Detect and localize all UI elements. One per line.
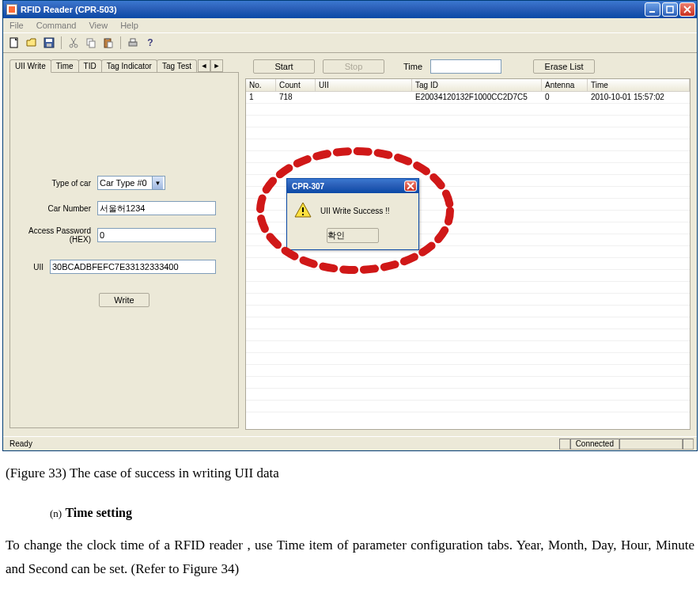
table-row-empty <box>246 270 690 282</box>
svg-point-6 <box>70 44 73 47</box>
col-no[interactable]: No. <box>246 79 276 91</box>
left-panel: UII Write Time TID Tag Indicator Tag Tes… <box>9 59 239 430</box>
svg-rect-9 <box>89 41 95 47</box>
svg-rect-12 <box>108 42 112 47</box>
col-antenna[interactable]: Antenna <box>542 79 588 91</box>
save-icon[interactable] <box>41 35 57 51</box>
svg-rect-14 <box>131 39 135 42</box>
col-count[interactable]: Count <box>276 79 316 91</box>
subsection-heading: (n) Time setting <box>50 505 694 521</box>
document-text: (Figure 33) The case of success in writi… <box>2 451 698 589</box>
cut-icon[interactable] <box>66 35 81 51</box>
open-icon[interactable] <box>24 35 40 51</box>
table-row-empty <box>246 341 690 353</box>
table-row-empty <box>246 353 690 365</box>
tab-tag-test[interactable]: Tag Test <box>157 59 197 73</box>
start-button[interactable]: Start <box>253 59 315 74</box>
tab-tid[interactable]: TID <box>78 59 102 73</box>
svg-rect-1 <box>667 6 673 13</box>
status-ready: Ready <box>6 439 36 448</box>
dialog-close-button[interactable] <box>404 180 417 192</box>
time-label: Time <box>403 62 422 71</box>
tab-strip: UII Write Time TID Tag Indicator Tag Tes… <box>9 59 239 73</box>
status-connected: Connected <box>570 439 619 450</box>
results-table: No. Count UII Tag ID Antenna Time 1718E2… <box>245 78 691 430</box>
toolbar: ? <box>3 32 697 53</box>
svg-rect-11 <box>106 38 109 40</box>
figure-caption: (Figure 33) The case of success in writi… <box>6 465 694 481</box>
dialog-ok-button[interactable]: 확인 <box>327 228 379 243</box>
erase-list-button[interactable]: Erase List <box>533 59 595 74</box>
uii-field[interactable]: 30BCADBFEFC7E33132333400 <box>50 260 216 274</box>
table-header: No. Count UII Tag ID Antenna Time <box>246 79 690 92</box>
type-of-car-select[interactable]: Car Type #0 ▼ <box>97 176 165 190</box>
table-row-empty <box>246 377 690 389</box>
table-row-empty <box>246 365 690 377</box>
svg-rect-5 <box>47 44 51 47</box>
type-of-car-value: Car Type #0 <box>100 178 147 188</box>
table-row-empty <box>246 389 690 401</box>
paste-icon[interactable] <box>100 35 116 51</box>
table-row-empty <box>246 401 690 412</box>
table-row-empty <box>246 306 690 317</box>
copy-icon[interactable] <box>83 35 99 51</box>
access-password-field[interactable]: 0 <box>97 228 216 242</box>
client-area: UII Write Time TID Tag Indicator Tag Tes… <box>3 53 697 436</box>
table-row-empty <box>246 282 690 294</box>
dialog-success: CPR-307 UII Write Success !! 확인 <box>286 178 419 250</box>
dialog-message: UII Write Success !! <box>320 207 390 215</box>
table-row-empty <box>246 139 690 151</box>
main-window: RFID Reader (CPR-503) File Command View … <box>2 0 698 451</box>
table-row-empty <box>246 258 690 270</box>
col-time[interactable]: Time <box>588 79 690 91</box>
tab-body-uii-write: Type of car Car Type #0 ▼ Car Number 서울허… <box>9 72 239 428</box>
menu-view[interactable]: View <box>85 20 111 31</box>
svg-rect-4 <box>46 39 52 42</box>
write-button[interactable]: Write <box>99 293 149 307</box>
table-row-empty <box>246 163 690 175</box>
table-row-empty <box>246 294 690 306</box>
statusbar: Ready Connected <box>3 436 697 450</box>
app-icon <box>6 4 17 15</box>
svg-rect-16 <box>302 214 304 215</box>
table-row[interactable]: 1718E20034120132F1000CC2D7C502010-10-01 … <box>246 92 690 104</box>
tab-tag-indicator[interactable]: Tag Indicator <box>101 59 157 73</box>
minimize-button[interactable] <box>645 2 660 17</box>
svg-point-7 <box>74 44 78 47</box>
access-password-label: Access Password (HEX) <box>18 226 97 244</box>
menu-command[interactable]: Command <box>33 20 80 31</box>
uii-label: UII <box>18 263 50 272</box>
control-row: Start Stop Time Erase List <box>245 59 691 74</box>
tab-scroll-right[interactable]: ► <box>210 59 223 72</box>
new-icon[interactable] <box>6 35 22 51</box>
svg-rect-15 <box>302 207 304 212</box>
tab-scroll-left[interactable]: ◄ <box>198 59 210 72</box>
table-body: 1718E20034120132F1000CC2D7C502010-10-01 … <box>246 92 690 412</box>
table-row-empty <box>246 104 690 116</box>
close-button[interactable] <box>679 2 695 17</box>
stop-button[interactable]: Stop <box>323 59 384 74</box>
paragraph-text: To change the clock time of a RFID reade… <box>6 534 694 581</box>
col-uii[interactable]: UII <box>316 79 412 91</box>
time-field[interactable] <box>430 59 501 74</box>
tab-uii-write[interactable]: UII Write <box>9 59 51 73</box>
help-icon[interactable]: ? <box>142 35 158 51</box>
car-number-field[interactable]: 서울허1234 <box>97 201 216 215</box>
menubar: File Command View Help <box>3 18 697 32</box>
table-row-empty <box>246 127 690 139</box>
titlebar: RFID Reader (CPR-503) <box>3 1 697 18</box>
svg-rect-13 <box>129 42 137 46</box>
table-row-empty <box>246 116 690 127</box>
table-row-empty <box>246 317 690 329</box>
tab-time[interactable]: Time <box>51 59 79 73</box>
table-row-empty <box>246 151 690 163</box>
window-title: RFID Reader (CPR-503) <box>21 5 117 14</box>
table-row-empty <box>246 329 690 341</box>
col-tagid[interactable]: Tag ID <box>412 79 542 91</box>
menu-help[interactable]: Help <box>117 20 142 31</box>
maximize-button[interactable] <box>662 2 678 17</box>
menu-file[interactable]: File <box>6 20 27 31</box>
svg-rect-0 <box>649 11 655 13</box>
warning-icon <box>293 201 312 220</box>
print-icon[interactable] <box>125 35 141 51</box>
